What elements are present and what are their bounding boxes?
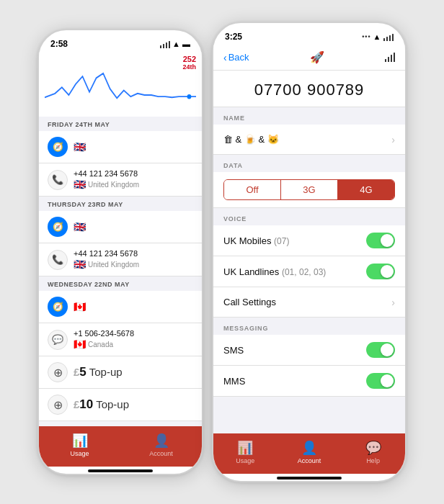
tab-bar-left: 📊 Usage 👤 Account: [39, 426, 202, 467]
tab-account-left[interactable]: 👤 Account: [146, 433, 177, 457]
phone-number-display: 07700 900789: [213, 71, 405, 107]
topup-amount: £5 Top-up: [74, 365, 193, 379]
activity-info: +44 121 234 5678 🇬🇧 United Kingdom: [74, 249, 193, 270]
flag-icon: 🇨🇦: [74, 301, 86, 312]
flag-icon: 🇬🇧: [74, 258, 86, 270]
chevron-left-icon: ‹: [223, 52, 227, 63]
account-icon: 👤: [154, 433, 169, 449]
tab-account-right[interactable]: 👤 Account: [293, 440, 325, 464]
section-label-voice: VOICE: [213, 208, 405, 225]
activity-sub: 🇨🇦 Canada: [74, 338, 193, 350]
mms-text: MMS: [223, 376, 366, 387]
detail-header: ‹ Back 🚀: [213, 45, 405, 71]
seg-3g[interactable]: 3G: [280, 180, 337, 199]
list-item[interactable]: 🧭 🇨🇦: [39, 291, 202, 323]
usage-icon: 📊: [72, 433, 88, 449]
sms-row[interactable]: SMS: [213, 335, 405, 366]
section-header-wednesday: WEDNESDAY 22ND MAY: [39, 276, 202, 291]
phone-icon: 📞: [48, 170, 68, 190]
list-item[interactable]: 🧭 🇬🇧: [39, 211, 202, 243]
uk-mobiles-text: UK Mobiles (07): [223, 235, 366, 246]
list-item[interactable]: ⊕ £5 Top-up: [39, 356, 202, 389]
topup-icon: ⊕: [48, 395, 68, 415]
home-indicator-right: [277, 477, 342, 480]
left-phone: 2:58 ▲ ▬ 252 24th: [37, 29, 203, 475]
activity-info: 🇬🇧: [74, 221, 193, 233]
topup-amount: £10 Top-up: [74, 397, 193, 412]
uk-landlines-row[interactable]: UK Landlines (01, 02, 03): [213, 256, 405, 287]
svg-point-0: [187, 94, 192, 99]
name-row[interactable]: 🗑 & 🍺 & 🐱 ›: [213, 125, 405, 155]
data-segment-control[interactable]: Off 3G 4G: [223, 179, 395, 200]
activity-info: +44 121 234 5678 🇬🇧 United Kingdom: [74, 169, 193, 190]
call-settings-text: Call Settings: [223, 297, 391, 307]
section-data: DATA Off 3G 4G: [213, 155, 405, 208]
activity-main: 🇬🇧: [74, 141, 193, 153]
uk-landlines-text: UK Landlines (01, 02, 03): [223, 266, 366, 277]
mms-row[interactable]: MMS: [213, 366, 405, 397]
signal-bars-left: [160, 40, 171, 48]
list-item[interactable]: 📞 +44 121 234 5678 🇬🇧 United Kingdom: [39, 243, 202, 276]
battery-icon-left: ▬: [182, 40, 190, 48]
home-indicator-left: [88, 469, 153, 472]
flag-icon: 🇬🇧: [74, 221, 86, 233]
section-label-data: DATA: [213, 155, 405, 172]
flag-icon: 🇬🇧: [74, 179, 86, 190]
data-icon: 💬: [48, 330, 68, 350]
account-icon-right: 👤: [301, 440, 317, 456]
list-item[interactable]: 💬 +1 506-234-5678 🇨🇦 Canada: [39, 323, 202, 356]
flag-icon: 🇬🇧: [74, 141, 86, 153]
tab-usage-left[interactable]: 📊 Usage: [64, 433, 96, 457]
list-item[interactable]: ⊕ £10 Top-up: [39, 389, 202, 421]
section-label-messaging: MESSAGING: [213, 318, 405, 335]
notch-left: [84, 30, 156, 46]
signal-dots-right: •••: [362, 33, 370, 40]
tab-usage-right[interactable]: 📊 Usage: [229, 440, 261, 464]
activity-list: FRIDAY 24TH MAY 🧭 🇬🇧 📞: [39, 117, 202, 426]
uk-landlines-toggle[interactable]: [366, 264, 395, 279]
topup-icon: ⊕: [48, 362, 68, 382]
call-settings-row[interactable]: Call Settings ›: [213, 287, 405, 318]
activity-info: £10 Top-up: [74, 397, 193, 412]
name-emoji-value: 🗑 & 🍺 & 🐱: [223, 134, 391, 145]
section-label-name: NAME: [213, 107, 405, 125]
phones-container: 2:58 ▲ ▬ 252 24th: [30, 14, 414, 490]
wifi-icon-left: ▲: [172, 40, 180, 48]
tab-bar-right: 📊 Usage 👤 Account 💬 Help: [213, 433, 405, 474]
list-item[interactable]: 🧭 🇬🇧: [39, 131, 202, 163]
tab-help-right[interactable]: 💬 Help: [358, 440, 389, 464]
seg-off[interactable]: Off: [224, 180, 280, 199]
back-button[interactable]: ‹ Back: [223, 52, 249, 63]
chevron-right-icon: ›: [391, 134, 395, 145]
detail-content: NAME 🗑 & 🍺 & 🐱 › DATA Off 3G 4G: [213, 107, 405, 433]
left-screen: 252 24th FRIDAY 24TH MAY 🧭: [39, 52, 202, 474]
section-voice: VOICE UK Mobiles (07) UK Landlines (01, …: [213, 208, 405, 318]
activity-info: 🇨🇦: [74, 301, 193, 312]
activity-sub: 🇬🇧 United Kingdom: [74, 179, 193, 190]
sms-toggle[interactable]: [366, 342, 395, 358]
list-item[interactable]: 📞 +44 121 234 5678 🇬🇧 United Kingdom: [39, 163, 202, 197]
activity-sub: 🇬🇧 United Kingdom: [74, 258, 193, 270]
activity-main: +1 506-234-5678: [74, 329, 193, 338]
usage-icon-right: 📊: [237, 440, 253, 456]
right-screen: ‹ Back 🚀 07700 900789: [213, 45, 405, 481]
right-phone: 3:25 ••• ▲ ‹ Back 🚀: [212, 22, 407, 482]
section-name: NAME 🗑 & 🍺 & 🐱 ›: [213, 107, 405, 155]
data-segment-row: Off 3G 4G: [213, 172, 405, 208]
bar1: [160, 45, 162, 48]
chart-area: 252 24th: [39, 52, 202, 117]
seg-4g[interactable]: 4G: [337, 180, 394, 199]
mms-toggle[interactable]: [366, 373, 395, 389]
signal-bars-right: [383, 32, 394, 41]
activity-main: 🇨🇦: [74, 301, 193, 312]
activity-info: 🇬🇧: [74, 141, 193, 153]
section-header-friday: FRIDAY 24TH MAY: [39, 117, 202, 131]
uk-mobiles-toggle[interactable]: [366, 233, 395, 248]
sms-text: SMS: [223, 345, 366, 356]
activity-main: +44 121 234 5678: [74, 169, 193, 178]
uk-mobiles-row[interactable]: UK Mobiles (07): [213, 225, 405, 256]
time-left: 2:58: [50, 39, 68, 49]
activity-main: +44 121 234 5678: [74, 249, 193, 258]
chevron-right-icon: ›: [391, 297, 395, 308]
status-icons-left: ▲ ▬: [160, 40, 190, 48]
